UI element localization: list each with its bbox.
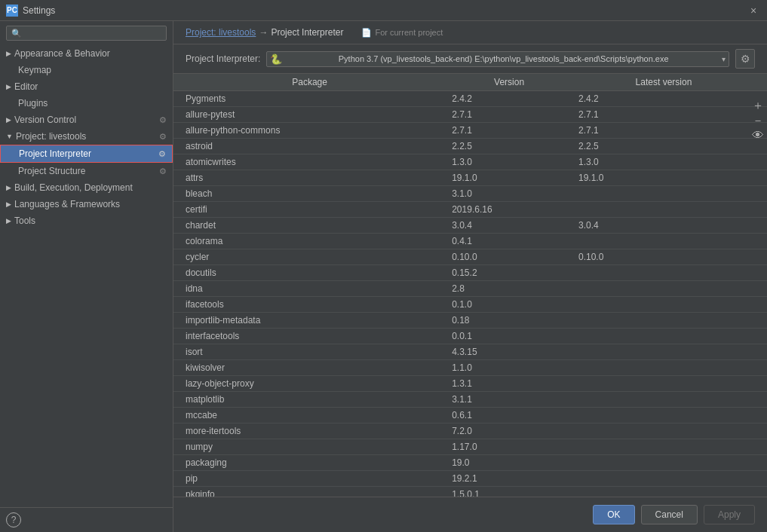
sidebar-item-tools[interactable]: ▶ Tools	[0, 212, 173, 229]
package-latest: 19.1.0	[572, 170, 767, 186]
gear-icon: ⚙	[159, 115, 167, 125]
package-version: 1.17.0	[446, 439, 572, 455]
table-row[interactable]: importlib-metadata 0.18	[173, 313, 767, 329]
cancel-button[interactable]: Cancel	[641, 505, 698, 524]
sidebar-item-project[interactable]: ▼ Project: livestools ⚙	[0, 128, 173, 145]
package-name: bleach	[173, 186, 446, 202]
main-content: 🔍 ▶ Appearance & Behavior Keymap ▶ Edito…	[0, 21, 767, 532]
package-version: 0.1.0	[446, 297, 572, 313]
arrow-icon: ▶	[6, 217, 11, 225]
help-button[interactable]: ?	[6, 512, 21, 527]
table-row[interactable]: pkginfo 1.5.0.1	[173, 487, 767, 497]
table-row[interactable]: matplotlib 3.1.1	[173, 392, 767, 408]
arrow-icon: ▶	[6, 200, 11, 208]
package-latest	[572, 281, 767, 297]
table-row[interactable]: more-itertools 7.2.0	[173, 423, 767, 439]
sidebar-item-appearance[interactable]: ▶ Appearance & Behavior	[0, 45, 173, 62]
table-row[interactable]: allure-python-commons 2.7.1 2.7.1	[173, 123, 767, 139]
sidebar-item-editor[interactable]: ▶ Editor	[0, 78, 173, 95]
table-row[interactable]: ifacetools 0.1.0	[173, 297, 767, 313]
table-row[interactable]: isort 4.3.15	[173, 344, 767, 360]
package-name: pkginfo	[173, 487, 446, 497]
sidebar-item-label: Project: livestools	[16, 131, 86, 142]
package-latest: 2.7.1	[572, 107, 767, 123]
arrow-icon: ▶	[6, 184, 11, 191]
sidebar-item-plugins[interactable]: Plugins	[0, 95, 173, 112]
search-input[interactable]	[25, 28, 161, 38]
arrow-icon: ▶	[6, 50, 11, 57]
package-name: Pygments	[173, 91, 446, 107]
package-version: 2.2.5	[446, 139, 572, 154]
table-row[interactable]: cycler 0.10.0 0.10.0	[173, 249, 767, 265]
sidebar-item-languages[interactable]: ▶ Languages & Frameworks	[0, 196, 173, 212]
package-latest	[572, 329, 767, 344]
table-row[interactable]: docutils 0.15.2	[173, 265, 767, 281]
sidebar-item-build-exec[interactable]: ▶ Build, Execution, Deployment	[0, 179, 173, 196]
table-row[interactable]: lazy-object-proxy 1.3.1	[173, 376, 767, 392]
sidebar-item-label: Keymap	[18, 65, 51, 75]
app-icon: PC	[6, 5, 18, 17]
table-row[interactable]: idna 2.8	[173, 281, 767, 297]
package-latest: 0.10.0	[572, 249, 767, 265]
eye-button[interactable]: 👁	[750, 128, 765, 143]
package-name: interfacetools	[173, 329, 446, 344]
table-row[interactable]: colorama 0.4.1	[173, 234, 767, 249]
table-row[interactable]: chardet 3.0.4 3.0.4	[173, 218, 767, 234]
table-row[interactable]: allure-pytest 2.7.1 2.7.1	[173, 107, 767, 123]
package-version: 4.3.15	[446, 344, 572, 360]
package-latest	[572, 265, 767, 281]
package-latest	[572, 423, 767, 439]
table-row[interactable]: attrs 19.1.0 19.1.0	[173, 170, 767, 186]
package-version: 0.6.1	[446, 408, 572, 423]
apply-button[interactable]: Apply	[704, 505, 755, 524]
table-row[interactable]: bleach 3.1.0	[173, 186, 767, 202]
window-title: Settings	[23, 5, 55, 16]
arrow-icon: ▼	[6, 133, 13, 140]
package-version: 7.2.0	[446, 423, 572, 439]
search-icon: 🔍	[11, 29, 22, 38]
package-name: mccabe	[173, 408, 446, 423]
sidebar-item-label: Plugins	[18, 98, 48, 109]
table-row[interactable]: interfacetools 0.0.1	[173, 329, 767, 344]
remove-package-button[interactable]: －	[750, 113, 765, 128]
table-row[interactable]: certifi 2019.6.16	[173, 202, 767, 218]
table-row[interactable]: packaging 19.0	[173, 455, 767, 471]
interpreter-select[interactable]: 🐍 Python 3.7 (vp_livestools_back-end) E:…	[266, 51, 729, 67]
table-row[interactable]: pip 19.2.1	[173, 471, 767, 487]
package-name: lazy-object-proxy	[173, 376, 446, 392]
ok-button[interactable]: OK	[593, 505, 634, 524]
package-latest	[572, 408, 767, 423]
table-row[interactable]: mccabe 0.6.1	[173, 408, 767, 423]
breadcrumb-part1: Project: livestools	[186, 27, 256, 38]
footer-buttons: OK Cancel Apply	[173, 497, 767, 532]
sidebar-item-keymap[interactable]: Keymap	[0, 62, 173, 78]
search-box[interactable]: 🔍	[6, 26, 167, 41]
package-version: 19.2.1	[446, 471, 572, 487]
table-row[interactable]: atomicwrites 1.3.0 1.3.0	[173, 154, 767, 170]
package-version: 2019.6.16	[446, 202, 572, 218]
table-row[interactable]: kiwisolver 1.1.0	[173, 360, 767, 376]
package-name: isort	[173, 344, 446, 360]
package-version: 1.5.0.1	[446, 487, 572, 497]
package-latest	[572, 186, 767, 202]
bottom-help: ?	[0, 507, 173, 532]
add-package-button[interactable]: ＋	[750, 98, 765, 113]
sidebar-item-version-control[interactable]: ▶ Version Control ⚙	[0, 112, 173, 128]
package-name: idna	[173, 281, 446, 297]
package-latest	[572, 202, 767, 218]
gear-icon: ⚙	[159, 167, 167, 176]
sidebar: 🔍 ▶ Appearance & Behavior Keymap ▶ Edito…	[0, 21, 173, 532]
col-header-latest: Latest version	[572, 74, 767, 91]
package-name: packaging	[173, 455, 446, 471]
sidebar-item-project-structure[interactable]: Project Structure ⚙	[0, 163, 173, 179]
sidebar-item-label: Editor	[14, 81, 38, 92]
table-row[interactable]: numpy 1.17.0	[173, 439, 767, 455]
table-row[interactable]: astroid 2.2.5 2.2.5	[173, 139, 767, 154]
interpreter-gear-button[interactable]: ⚙	[735, 49, 755, 69]
close-button[interactable]: ×	[746, 3, 761, 18]
package-latest	[572, 234, 767, 249]
package-version: 0.4.1	[446, 234, 572, 249]
table-row[interactable]: Pygments 2.4.2 2.4.2	[173, 91, 767, 107]
sidebar-item-project-interpreter[interactable]: Project Interpreter ⚙	[0, 145, 173, 163]
arrow-icon: ▶	[6, 83, 11, 90]
